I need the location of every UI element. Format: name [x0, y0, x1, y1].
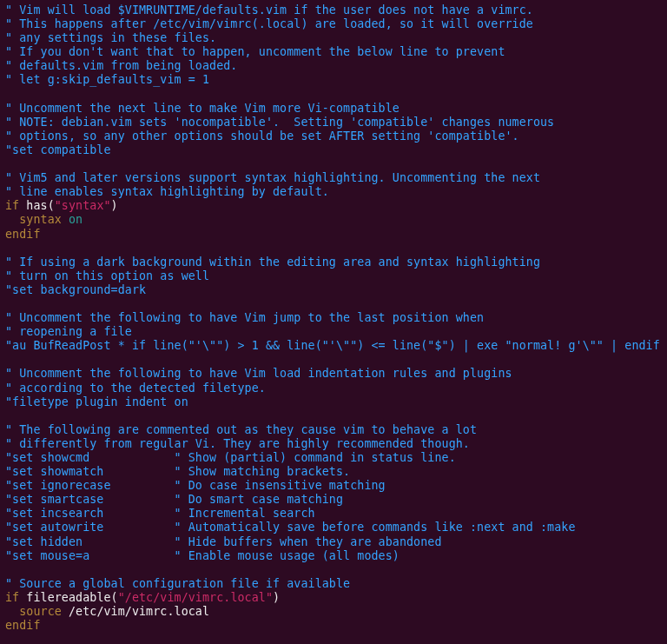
code-line: [5, 409, 662, 423]
code-line: "set autowrite " Automatically save befo…: [5, 521, 662, 534]
code-line: " differently from regular Vi. They are …: [5, 437, 662, 451]
code-line: " any settings in these files.: [5, 31, 662, 45]
code-line: if filereadable("/etc/vim/vimrc.local"): [5, 591, 662, 605]
code-line: "set incsearch " Incremental search: [5, 507, 662, 521]
code-line: " The following are commented out as the…: [5, 423, 662, 437]
code-line: [5, 563, 662, 577]
code-line: "set mouse=a " Enable mouse usage (all m…: [5, 549, 662, 563]
code-line: "set compatible: [5, 143, 662, 157]
code-line: "set background=dark: [5, 283, 662, 297]
code-line: " Vim5 and later versions support syntax…: [5, 171, 662, 185]
vim-editor-buffer[interactable]: " Vim will load $VIMRUNTIME/defaults.vim…: [0, 0, 667, 636]
code-line: " NOTE: debian.vim sets 'nocompatible'. …: [5, 116, 662, 129]
code-line: "set hidden " Hide buffers when they are…: [5, 535, 662, 549]
code-line: " Uncomment the following to have Vim ju…: [5, 311, 662, 325]
code-line: " If you don't want that to happen, unco…: [5, 45, 662, 59]
code-line: "filetype plugin indent on: [5, 395, 662, 409]
code-line: [5, 242, 662, 256]
code-line: "set smartcase " Do smart case matching: [5, 493, 662, 507]
code-line: " Uncomment the next line to make Vim mo…: [5, 102, 662, 116]
code-line: " line enables syntax highlighting by de…: [5, 185, 662, 199]
code-line: "set showcmd " Show (partial) command in…: [5, 451, 662, 465]
code-line: endif: [5, 228, 662, 242]
code-line: [5, 157, 662, 171]
code-line: [5, 88, 662, 102]
code-line: source /etc/vim/vimrc.local: [5, 605, 662, 619]
code-line: syntax on: [5, 213, 662, 227]
code-line: " Source a global configuration file if …: [5, 577, 662, 591]
code-line: " turn on this option as well: [5, 269, 662, 283]
code-line: [5, 353, 662, 367]
code-line: "au BufReadPost * if line("'\"") > 1 && …: [5, 339, 662, 353]
code-line: endif: [5, 619, 662, 633]
code-line: "set showmatch " Show matching brackets.: [5, 465, 662, 479]
code-line: if has("syntax"): [5, 199, 662, 213]
code-line: " let g:skip_defaults_vim = 1: [5, 73, 662, 87]
code-line: " defaults.vim from being loaded.: [5, 59, 662, 73]
code-line: " reopening a file: [5, 325, 662, 339]
code-line: [5, 297, 662, 311]
code-line: " options, so any other options should b…: [5, 129, 662, 143]
code-line: " This happens after /etc/vim/vimrc(.loc…: [5, 17, 662, 31]
code-line: " Vim will load $VIMRUNTIME/defaults.vim…: [5, 3, 662, 17]
code-line: "set ignorecase " Do case insensitive ma…: [5, 479, 662, 493]
code-line: " Uncomment the following to have Vim lo…: [5, 367, 662, 381]
code-line: " If using a dark background within the …: [5, 256, 662, 269]
code-line: " according to the detected filetype.: [5, 382, 662, 395]
